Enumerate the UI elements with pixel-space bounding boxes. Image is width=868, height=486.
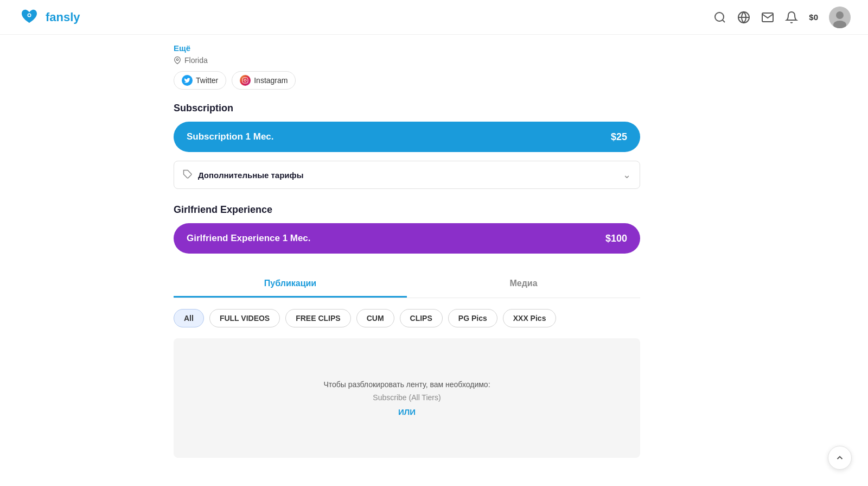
svg-point-2 [28,14,30,16]
chevron-up-icon [835,453,845,458]
chevron-down-icon: ⌄ [623,169,631,181]
logo[interactable]: fansly [17,5,80,29]
additional-rates-left: Дополнительные тарифы [183,169,304,181]
subscription-button-label: Subscription 1 Мес. [187,131,273,142]
pill-clips[interactable]: CLIPS [400,309,443,327]
svg-rect-11 [242,78,248,83]
main-content: Ещё Florida Twitter [163,35,705,458]
globe-icon[interactable] [737,11,750,24]
svg-point-12 [244,79,246,81]
pill-pg-pics[interactable]: PG Pics [448,309,497,327]
pill-xxx-pics[interactable]: XXX Pics [503,309,557,327]
content-area: Чтобы разблокировать ленту, вам необходи… [174,338,640,458]
top-section: Ещё Florida Twitter [174,35,694,458]
instagram-label: Instagram [254,76,288,85]
girlfriend-section: Girlfriend Experience Girlfriend Experie… [174,204,694,254]
girlfriend-price: $100 [605,233,627,244]
svg-point-3 [715,12,724,21]
location-icon [174,56,181,64]
svg-line-4 [723,20,725,22]
subscribe-text: Subscribe [373,393,406,402]
additional-rates-label: Дополнительные тарифы [198,171,304,180]
pill-full-videos[interactable]: FULL VIDEOS [209,309,280,327]
location-row: Florida [174,56,694,65]
tag-icon [183,169,193,181]
bell-icon[interactable] [785,11,798,24]
header: fansly $0 [0,0,868,35]
pill-cum[interactable]: CUM [356,309,394,327]
avatar[interactable] [829,7,851,28]
subscription-title: Subscription [174,103,694,114]
svg-point-13 [247,79,247,79]
additional-rates[interactable]: Дополнительные тарифы ⌄ [174,161,640,189]
instagram-icon [240,75,251,86]
avatar-icon [829,7,851,28]
location-text: Florida [184,56,208,65]
username-hint: Ещё [174,43,694,53]
twitter-icon [182,75,193,86]
scroll-top-button[interactable] [828,446,852,458]
or-text[interactable]: ИЛИ [398,407,416,416]
subscribe-sub: (All Tiers) [409,393,441,402]
girlfriend-title: Girlfriend Experience [174,204,694,216]
subscribe-link: Subscribe (All Tiers) [373,393,441,402]
tab-publications[interactable]: Публикации [174,271,407,298]
pill-free-clips[interactable]: FREE CLIPS [285,309,350,327]
svg-point-10 [176,59,178,61]
tabs-container: Публикации Медиа [174,271,640,298]
logo-text: fansly [46,10,80,24]
search-icon[interactable] [713,11,726,24]
subscription-price: $25 [611,131,627,143]
pill-all[interactable]: All [174,309,204,327]
instagram-link[interactable]: Instagram [232,71,296,90]
tab-media[interactable]: Медиа [407,271,640,298]
filter-pills: All FULL VIDEOS FREE CLIPS CUM CLIPS PG … [174,309,640,327]
fansly-logo-icon [17,5,41,29]
balance-display[interactable]: $0 [809,12,818,22]
unlock-text: Чтобы разблокировать ленту, вам необходи… [323,380,490,389]
svg-point-8 [836,11,844,19]
social-links: Twitter Instagram [174,71,694,90]
twitter-label: Twitter [196,76,218,85]
girlfriend-button[interactable]: Girlfriend Experience 1 Мес. $100 [174,223,640,254]
subscription-section: Subscription Subscription 1 Мес. $25 [174,103,694,152]
subscription-button[interactable]: Subscription 1 Мес. $25 [174,122,640,152]
twitter-link[interactable]: Twitter [174,71,226,90]
girlfriend-button-label: Girlfriend Experience 1 Мес. [187,233,310,244]
header-icons: $0 [713,7,851,28]
message-icon[interactable] [761,11,774,24]
